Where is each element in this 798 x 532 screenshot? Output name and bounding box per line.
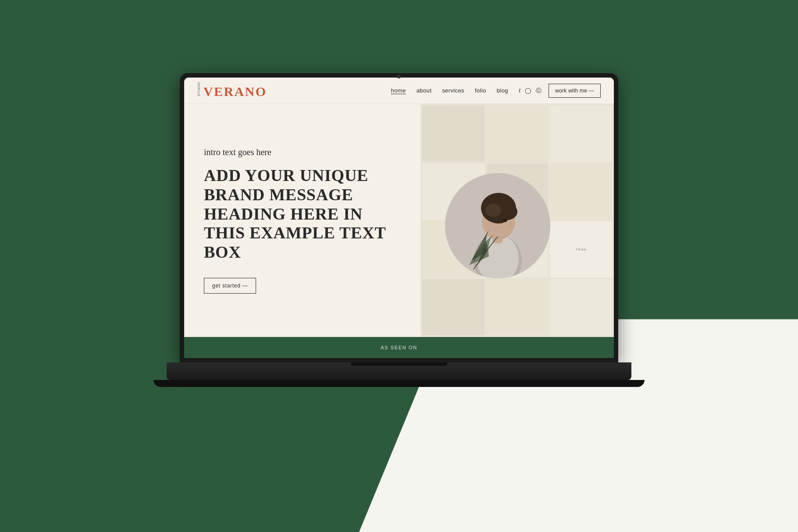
logo[interactable]: STUDIO VERANO [197,82,267,99]
bottom-bar: AS SEEN ON [184,337,614,358]
brand-card [550,163,612,220]
laptop-camera [397,75,401,78]
nav-link-folio[interactable]: folio [475,87,486,94]
hero-right-content: TRAN [420,104,614,337]
website-content: STUDIO VERANO home about services folio … [184,78,614,358]
website-nav: STUDIO VERANO home about services folio … [184,78,614,104]
svg-point-10 [502,219,507,222]
work-with-me-button[interactable]: work with me — [549,84,601,98]
social-icons: f ◯ Ⓒ [519,87,542,95]
logo-studio-text: STUDIO [197,82,201,96]
nav-link-home[interactable]: home [391,87,406,94]
svg-point-8 [485,204,501,217]
portrait-circle [445,173,550,278]
as-seen-on-label: AS SEEN ON [381,345,417,350]
brand-card [486,106,549,162]
laptop-screen: STUDIO VERANO home about services folio … [180,73,618,362]
facebook-icon[interactable]: f [519,87,520,94]
get-started-button[interactable]: get started — [204,278,256,294]
instagram-icon[interactable]: ◯ [525,87,531,94]
hero-intro: intro text goes here [204,147,401,157]
brand-card [486,279,549,335]
nav-link-blog[interactable]: blog [497,87,508,94]
hero-section: intro text goes here ADD YOUR UNIQUE BRA… [184,104,614,337]
nav-link-services[interactable]: services [442,87,464,94]
brand-card-text: TRAN [550,221,612,277]
laptop-mockup: STUDIO VERANO home about services folio … [167,73,631,459]
nav-links: home about services folio blog [391,87,508,94]
portrait-svg [445,173,550,278]
nav-link-about[interactable]: about [417,87,431,94]
laptop-foot [153,380,645,387]
laptop-base [167,362,631,380]
logo-main-text: VERANO [203,84,267,99]
hero-heading: ADD YOUR UNIQUE BRAND MESSAGE HEADING HE… [204,166,401,262]
brand-card [550,106,612,162]
brand-card [422,106,484,162]
pinterest-icon[interactable]: Ⓒ [536,87,542,95]
brand-card [422,279,484,335]
hero-left-content: intro text goes here ADD YOUR UNIQUE BRA… [184,104,420,337]
brand-card [550,279,612,335]
